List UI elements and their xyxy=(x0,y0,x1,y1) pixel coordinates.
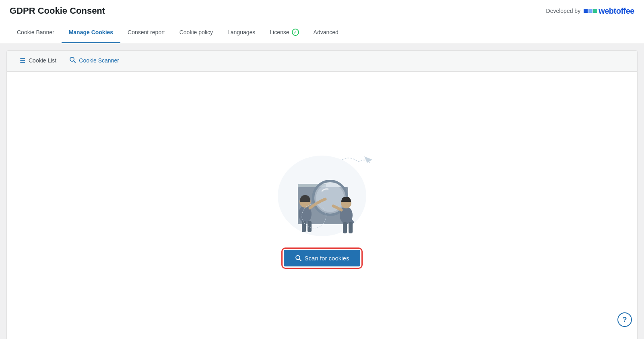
app-header: GDPR Cookie Consent Developed by webtoff… xyxy=(0,0,644,22)
tab-advanced[interactable]: Advanced xyxy=(306,23,346,43)
tab-consent-report[interactable]: Consent report xyxy=(120,23,172,43)
tab-languages[interactable]: Languages xyxy=(220,23,262,43)
logo-text: webtoffee xyxy=(599,6,634,16)
nav-tabs: Cookie Banner Manage Cookies Consent rep… xyxy=(0,22,644,44)
sub-tab-cookie-list[interactable]: ☰ Cookie List xyxy=(13,51,63,71)
logo-square-2 xyxy=(588,9,592,13)
tab-license[interactable]: License ✓ xyxy=(262,22,306,44)
logo-squares xyxy=(584,9,597,13)
list-icon: ☰ xyxy=(20,57,25,64)
webtoffee-logo: webtoffee xyxy=(584,6,634,16)
svg-marker-3 xyxy=(364,156,372,163)
sub-tab-cookie-scanner[interactable]: Cookie Scanner xyxy=(63,51,126,71)
main-content: ☰ Cookie List Cookie Scanner xyxy=(6,50,638,339)
logo-square-3 xyxy=(593,9,597,13)
sub-tabs: ☰ Cookie List Cookie Scanner xyxy=(7,51,637,72)
svg-rect-16 xyxy=(343,222,347,233)
illustration xyxy=(262,135,382,240)
svg-rect-17 xyxy=(349,222,353,233)
scan-search-icon xyxy=(295,255,301,261)
developed-by-label: Developed by xyxy=(546,8,581,14)
svg-rect-12 xyxy=(302,221,306,232)
license-check-icon: ✓ xyxy=(292,29,299,36)
scan-for-cookies-button[interactable]: Scan for cookies xyxy=(284,250,361,266)
svg-line-20 xyxy=(299,259,301,261)
tab-cookie-banner[interactable]: Cookie Banner xyxy=(10,23,62,43)
search-icon xyxy=(69,56,76,64)
logo-square-1 xyxy=(584,9,588,13)
content-area: Scan for cookies xyxy=(7,72,637,330)
help-button[interactable]: ? xyxy=(617,312,632,327)
tab-manage-cookies[interactable]: Manage Cookies xyxy=(62,23,120,43)
tab-cookie-policy[interactable]: Cookie policy xyxy=(172,23,220,43)
app-title: GDPR Cookie Consent xyxy=(10,6,105,16)
developed-by: Developed by webtoffee xyxy=(546,6,634,16)
svg-line-1 xyxy=(74,61,75,62)
